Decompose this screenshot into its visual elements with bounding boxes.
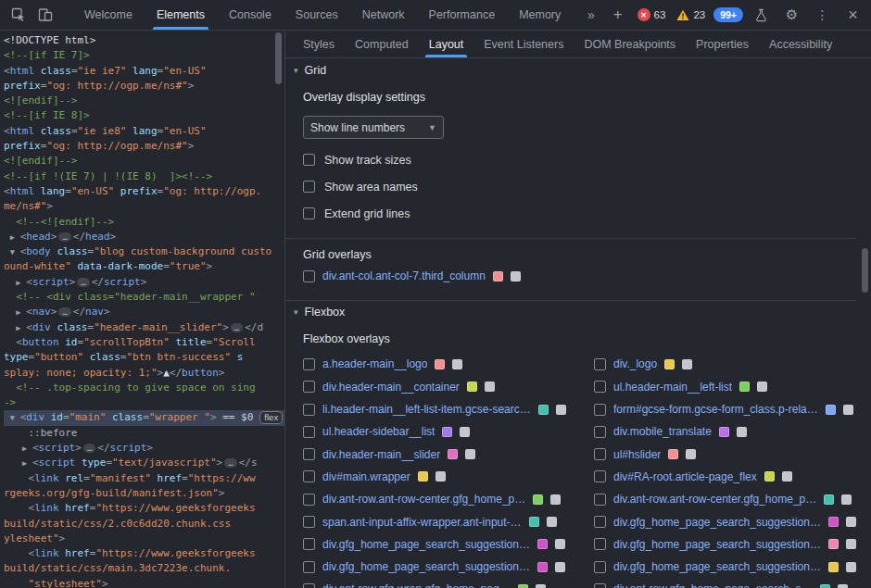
scrollbar-thumb[interactable] xyxy=(275,32,282,84)
expand-arrow-icon[interactable]: ▶ xyxy=(16,275,26,290)
overlay-gray-swatch[interactable] xyxy=(556,405,566,415)
overlay-gray-swatch[interactable] xyxy=(846,562,856,572)
overlay-gray-swatch[interactable] xyxy=(547,517,557,527)
dom-node-line[interactable]: ▶<nav>…</nav> xyxy=(4,305,284,319)
dom-node-line[interactable]: <!DOCTYPE html> xyxy=(4,33,284,48)
overlay-gray-swatch[interactable] xyxy=(460,427,470,437)
dom-node-line[interactable]: rgeeks.org/gfg-build/manifest.json"> xyxy=(4,486,284,501)
close-icon[interactable]: × xyxy=(840,4,865,27)
overlay-gray-swatch[interactable] xyxy=(846,539,856,549)
panel-tab-dom-breakpoints[interactable]: DOM Breakpoints xyxy=(574,31,686,57)
overlay-gray-swatch[interactable] xyxy=(485,382,495,392)
error-badge[interactable]: ✕ 63 xyxy=(635,8,669,21)
dom-node-line[interactable]: ▶<script>…</script> xyxy=(4,441,284,456)
tab-memory[interactable]: Memory xyxy=(507,0,573,30)
overlay-checkbox[interactable] xyxy=(594,381,606,393)
dom-node-line[interactable]: <!-- <div class="header-main__wrapper " xyxy=(4,290,284,305)
overlay-color-swatch[interactable] xyxy=(537,562,548,572)
more-tabs-icon[interactable]: » xyxy=(578,4,603,27)
overlay-checkbox[interactable] xyxy=(303,426,315,438)
overlay-checkbox[interactable] xyxy=(594,404,606,416)
overlay-color-swatch[interactable] xyxy=(538,405,549,415)
overlay-color-swatch[interactable] xyxy=(493,271,503,281)
line-numbers-dropdown[interactable]: Show line numbers ▼ xyxy=(303,116,444,139)
dom-node-line[interactable]: -> xyxy=(4,395,284,410)
dom-node-line[interactable]: prefix="og: http://ogp.me/ns#"> xyxy=(4,139,284,154)
overlay-color-swatch[interactable] xyxy=(529,517,539,527)
overlay-checkbox[interactable] xyxy=(594,358,606,370)
dom-node-line[interactable]: <link href="https://www.geeksforgeeks xyxy=(4,501,284,516)
overlay-color-swatch[interactable] xyxy=(820,584,830,588)
overlay-checkbox[interactable] xyxy=(594,583,606,588)
expand-arrow-icon[interactable]: ▶ xyxy=(22,456,32,470)
dom-node-line[interactable]: me/ns#"> xyxy=(4,199,284,214)
overlay-color-swatch[interactable] xyxy=(826,405,836,415)
overlay-gray-swatch[interactable] xyxy=(511,271,521,281)
overlay-gray-swatch[interactable] xyxy=(737,427,747,437)
overlay-gray-swatch[interactable] xyxy=(452,359,462,369)
overlay-color-swatch[interactable] xyxy=(668,449,678,459)
layout-scrollbar[interactable] xyxy=(860,31,871,588)
dom-node-line[interactable]: ▶<head>…</head> xyxy=(4,230,284,244)
dom-node-line[interactable]: ound-white" data-dark-mode="true"> xyxy=(4,259,284,274)
overlay-gray-swatch[interactable] xyxy=(846,517,856,527)
overlay-color-swatch[interactable] xyxy=(828,517,839,527)
dom-node-line[interactable]: ylesheet"> xyxy=(4,532,284,546)
overlay-color-swatch[interactable] xyxy=(719,427,729,437)
panel-tab-layout[interactable]: Layout xyxy=(419,31,474,57)
dom-node-line[interactable]: type="button" class="btn btn-success" s xyxy=(4,350,284,365)
overlay-gray-swatch[interactable] xyxy=(555,562,565,572)
flexbox-section-header[interactable]: ▾ Flexbox xyxy=(285,300,856,323)
expand-arrow-icon[interactable]: ▼ xyxy=(10,410,20,425)
overlay-checkbox[interactable] xyxy=(594,494,606,506)
dom-node-line[interactable]: <![endif]--> xyxy=(4,94,284,108)
overlay-color-swatch[interactable] xyxy=(418,471,428,482)
overlay-checkbox[interactable] xyxy=(303,381,315,393)
setting-checkbox[interactable] xyxy=(303,154,315,166)
feedback-badge[interactable]: 99+ xyxy=(713,7,743,22)
overlay-gray-swatch[interactable] xyxy=(436,471,446,482)
overlay-checkbox[interactable] xyxy=(303,516,315,528)
elements-scrollbar[interactable] xyxy=(273,31,284,588)
dom-node-line[interactable]: <html class="ie ie8" lang="en-US" xyxy=(4,124,284,139)
tab-welcome[interactable]: Welcome xyxy=(72,0,145,30)
overlay-checkbox[interactable] xyxy=(303,561,315,573)
overlay-checkbox[interactable] xyxy=(594,448,606,460)
inspect-element-icon[interactable] xyxy=(6,4,31,27)
panel-tab-properties[interactable]: Properties xyxy=(686,31,759,57)
overlay-gray-swatch[interactable] xyxy=(838,584,848,588)
overlay-color-swatch[interactable] xyxy=(533,494,543,505)
overlay-checkbox[interactable] xyxy=(594,470,606,482)
tab-console[interactable]: Console xyxy=(217,0,284,30)
dom-node-line[interactable]: <!-- .top-spacing to give space on sing xyxy=(4,381,284,395)
more-menu-icon[interactable]: ⋮ xyxy=(810,4,835,27)
dom-node-line[interactable]: <link rel="manifest" href="https://ww xyxy=(4,471,284,486)
overlay-checkbox[interactable] xyxy=(594,538,606,550)
expand-arrow-icon[interactable]: ▶ xyxy=(22,441,32,456)
dom-node-line[interactable]: <!--[if IE 7]> xyxy=(4,48,284,63)
dom-node-line[interactable]: ▶<div class="header-main__slider">…</d xyxy=(4,320,284,335)
overlay-color-swatch[interactable] xyxy=(824,494,834,505)
overlay-gray-swatch[interactable] xyxy=(555,539,565,549)
tab-network[interactable]: Network xyxy=(350,0,417,30)
overlay-checkbox[interactable] xyxy=(594,426,606,438)
device-toolbar-icon[interactable] xyxy=(32,4,57,27)
overlay-gray-swatch[interactable] xyxy=(682,359,692,369)
dom-node-line[interactable]: ▶<script>…</script> xyxy=(4,275,284,290)
overlay-color-swatch[interactable] xyxy=(518,584,528,588)
overlay-checkbox[interactable] xyxy=(303,448,315,460)
expand-arrow-icon[interactable]: ▶ xyxy=(16,320,26,335)
dom-node-line[interactable]: <link href="https://www.geeksforgeeks xyxy=(4,546,284,561)
overlay-gray-swatch[interactable] xyxy=(843,405,853,415)
settings-gear-icon[interactable]: ⚙ xyxy=(779,4,804,27)
tab-elements[interactable]: Elements xyxy=(145,0,217,30)
add-tab-icon[interactable]: + xyxy=(605,4,630,27)
dom-node-line[interactable]: build/static/css/2.c0c6dd20.chunk.css xyxy=(4,517,284,532)
overlay-checkbox[interactable] xyxy=(303,358,315,370)
overlay-checkbox[interactable] xyxy=(303,583,315,588)
panel-tab-event-listeners[interactable]: Event Listeners xyxy=(473,31,574,57)
dom-node-line[interactable]: build/static/css/main.3dc7223e.chunk. xyxy=(4,561,284,576)
experiments-icon[interactable] xyxy=(749,4,774,27)
overlay-gray-swatch[interactable] xyxy=(686,449,696,459)
overlay-gray-swatch[interactable] xyxy=(465,449,475,459)
